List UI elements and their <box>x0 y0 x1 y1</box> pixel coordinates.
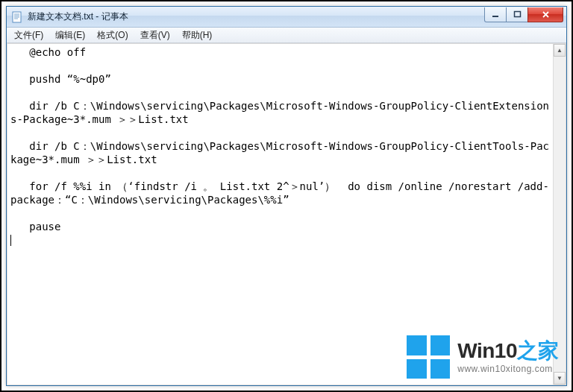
editor-text: @echo off pushd “%~dp0” dir /b C：\Window… <box>10 46 549 233</box>
minimize-button[interactable] <box>484 7 507 22</box>
menu-format[interactable]: 格式(O) <box>91 28 134 43</box>
text-editor[interactable]: @echo off pushd “%~dp0” dir /b C：\Window… <box>7 44 553 385</box>
watermark-url: www.win10xitong.com <box>457 364 558 373</box>
notepad-window: 新建文本文档.txt - 记事本 文件(F) 编辑(E) 格式(O) 查看(V)… <box>6 6 567 386</box>
brand-suffix: 之家 <box>517 339 558 362</box>
brand-prefix: Win10 <box>457 339 517 362</box>
svg-rect-6 <box>514 11 520 16</box>
vertical-scrollbar[interactable]: ▲ ▼ <box>553 44 566 385</box>
watermark-text: Win10之家 www.win10xitong.com <box>457 341 558 373</box>
menu-edit[interactable]: 编辑(E) <box>49 28 91 43</box>
maximize-button[interactable] <box>506 7 528 22</box>
windows-logo-icon <box>407 335 450 379</box>
svg-rect-5 <box>492 16 498 17</box>
watermark: Win10之家 www.win10xitong.com <box>407 335 558 379</box>
menubar: 文件(F) 编辑(E) 格式(O) 查看(V) 帮助(H) <box>7 28 566 43</box>
titlebar[interactable]: 新建文本文档.txt - 记事本 <box>7 7 566 28</box>
menu-help[interactable]: 帮助(H) <box>176 28 219 43</box>
watermark-brand: Win10之家 <box>457 341 558 361</box>
notepad-icon <box>11 11 23 23</box>
menu-view[interactable]: 查看(V) <box>134 28 176 43</box>
window-controls <box>485 7 563 22</box>
scroll-up-button[interactable]: ▲ <box>554 44 566 57</box>
editor-area: @echo off pushd “%~dp0” dir /b C：\Window… <box>7 43 566 385</box>
menu-file[interactable]: 文件(F) <box>8 28 49 43</box>
window-title: 新建文本文档.txt - 记事本 <box>28 10 485 23</box>
close-button[interactable] <box>527 7 563 22</box>
text-caret <box>10 235 11 246</box>
